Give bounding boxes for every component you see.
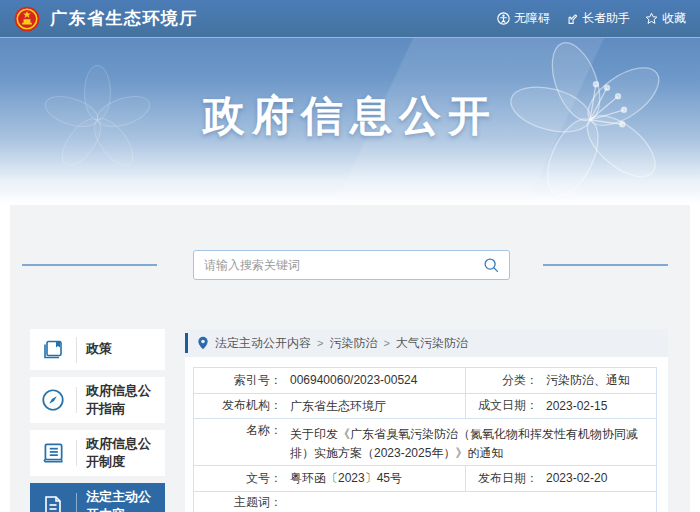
field-label: 索引号： bbox=[194, 372, 282, 389]
breadcrumb-separator: > bbox=[383, 337, 389, 349]
field-issue-date: 成文日期： 2023-02-15 bbox=[465, 394, 656, 419]
elder-helper-icon bbox=[565, 12, 578, 25]
sidebar-item-statutory-disclosure[interactable]: 法定主动公开内容 bbox=[30, 483, 165, 512]
elder-helper-link-label: 长者助手 bbox=[582, 10, 630, 27]
breadcrumb-item[interactable]: 污染防治 bbox=[329, 335, 377, 352]
book-icon bbox=[30, 338, 76, 362]
field-keywords: 主题词： bbox=[194, 492, 656, 512]
favorite-link-label: 收藏 bbox=[662, 10, 686, 27]
breadcrumb-item[interactable]: 法定主动公开内容 bbox=[215, 335, 311, 352]
site-title: 广东省生态环境厅 bbox=[50, 7, 198, 30]
table-row: 名称： 关于印发《广东省臭氧污染防治（氮氧化物和挥发性有机物协同减排）实施方案（… bbox=[194, 419, 656, 466]
page-title: 政府信息公开 bbox=[0, 88, 700, 144]
field-label: 发布机构： bbox=[194, 397, 282, 414]
field-label: 主题词： bbox=[194, 494, 282, 511]
field-value: 粤环函〔2023〕45号 bbox=[282, 466, 465, 491]
sidebar-item-policy[interactable]: 政策 bbox=[30, 329, 165, 370]
rules-icon bbox=[30, 440, 76, 466]
table-row: 主题词： bbox=[194, 492, 656, 512]
breadcrumb: 法定主动公开内容 > 污染防治 > 大气污染防治 bbox=[185, 329, 668, 357]
decorative-line bbox=[22, 264, 157, 266]
sidebar-item-disclosure-guide[interactable]: 政府信息公开指南 bbox=[30, 377, 165, 423]
accessibility-link[interactable]: 无障碍 bbox=[497, 10, 550, 27]
field-issuing-agency: 发布机构： 广东省生态环境厅 bbox=[194, 394, 465, 419]
search-input[interactable] bbox=[194, 258, 479, 272]
decorative-line bbox=[543, 264, 668, 266]
utility-links: 无障碍 长者助手 收藏 bbox=[497, 10, 686, 27]
national-emblem-logo bbox=[14, 6, 40, 32]
field-value bbox=[282, 499, 656, 505]
accessibility-link-label: 无障碍 bbox=[514, 10, 550, 27]
sidebar-item-label: 政府信息公开指南 bbox=[77, 378, 165, 422]
accessibility-icon bbox=[497, 12, 510, 25]
elder-helper-link[interactable]: 长者助手 bbox=[565, 10, 630, 27]
field-value: 2023-02-15 bbox=[538, 394, 656, 419]
sidebar-nav: 政策 政府信息公开指南 政 bbox=[30, 329, 165, 512]
field-label: 分类： bbox=[466, 372, 538, 389]
compass-icon bbox=[30, 387, 76, 413]
table-row: 索引号： 006940060/2023-00524 分类： 污染防治、通知 bbox=[194, 368, 656, 394]
sidebar-item-disclosure-rules[interactable]: 政府信息公开制度 bbox=[30, 430, 165, 476]
breadcrumb-separator: > bbox=[317, 337, 323, 349]
table-row: 文号： 粤环函〔2023〕45号 发布日期： 2023-02-20 bbox=[194, 466, 656, 492]
field-value: 关于印发《广东省臭氧污染防治（氮氧化物和挥发性有机物协同减排）实施方案（2023… bbox=[282, 422, 656, 465]
breadcrumb-item[interactable]: 大气污染防治 bbox=[396, 335, 468, 352]
search-button[interactable] bbox=[479, 257, 509, 273]
search-box bbox=[193, 250, 510, 280]
table-row: 发布机构： 广东省生态环境厅 成文日期： 2023-02-15 bbox=[194, 394, 656, 420]
field-value: 污染防治、通知 bbox=[538, 368, 656, 393]
field-value: 广东省生态环境厅 bbox=[282, 394, 465, 419]
content-wrapper: 政策 政府信息公开指南 政 bbox=[10, 205, 690, 512]
document-info-table: 索引号： 006940060/2023-00524 分类： 污染防治、通知 发布… bbox=[193, 367, 657, 512]
field-document-number: 文号： 粤环函〔2023〕45号 bbox=[194, 466, 465, 491]
field-publish-date: 发布日期： 2023-02-20 bbox=[465, 466, 656, 491]
field-document-name: 名称： 关于印发《广东省臭氧污染防治（氮氧化物和挥发性有机物协同减排）实施方案（… bbox=[194, 419, 656, 465]
document-icon bbox=[30, 494, 76, 512]
sidebar-item-label: 政府信息公开制度 bbox=[77, 431, 165, 475]
favorite-link[interactable]: 收藏 bbox=[645, 10, 686, 27]
main-panel: 法定主动公开内容 > 污染防治 > 大气污染防治 索引号： 006940060/… bbox=[185, 329, 668, 512]
field-label: 名称： bbox=[194, 422, 282, 439]
search-area bbox=[10, 250, 690, 280]
field-value: 2023-02-20 bbox=[538, 466, 656, 491]
field-label: 成文日期： bbox=[466, 397, 538, 414]
field-label: 文号： bbox=[194, 470, 282, 487]
field-label: 发布日期： bbox=[466, 470, 538, 487]
field-value: 006940060/2023-00524 bbox=[282, 368, 465, 393]
search-icon bbox=[483, 257, 499, 273]
top-header-bar: 广东省生态环境厅 无障碍 长者助手 收藏 bbox=[0, 0, 700, 38]
breadcrumb-accent-bar bbox=[185, 333, 188, 353]
field-index-number: 索引号： 006940060/2023-00524 bbox=[194, 368, 465, 393]
location-pin-icon bbox=[197, 336, 209, 350]
sidebar-item-label: 法定主动公开内容 bbox=[77, 484, 165, 512]
star-icon bbox=[645, 12, 658, 25]
sidebar-item-label: 政策 bbox=[77, 336, 118, 362]
field-category: 分类： 污染防治、通知 bbox=[465, 368, 656, 393]
